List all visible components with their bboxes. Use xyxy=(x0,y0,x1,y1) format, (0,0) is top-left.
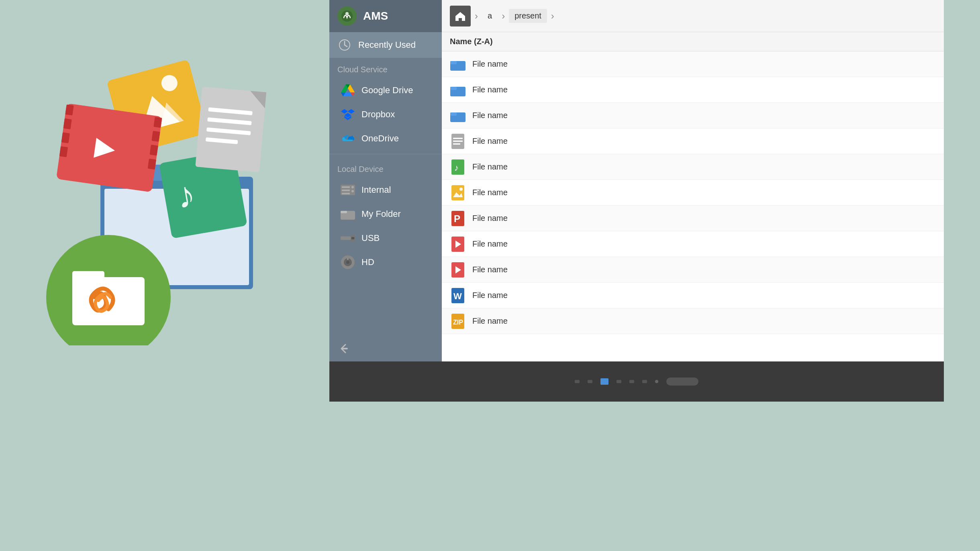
dropbox-label: Dropbox xyxy=(361,109,395,120)
file-row[interactable]: ♪ File name xyxy=(442,154,944,180)
sort-label[interactable]: Name (Z-A) xyxy=(450,37,493,46)
back-button[interactable] xyxy=(329,336,442,361)
svg-point-41 xyxy=(351,186,354,188)
file-icon-video-2 xyxy=(450,262,466,278)
file-row[interactable]: File name xyxy=(442,231,944,257)
svg-point-42 xyxy=(351,190,354,192)
hd-label: HD xyxy=(361,257,374,267)
svg-rect-56 xyxy=(450,87,457,90)
svg-rect-17 xyxy=(149,145,158,155)
cloud-service-section-label: Cloud Service xyxy=(329,58,442,78)
svg-rect-44 xyxy=(341,211,347,213)
file-icon-video xyxy=(450,236,466,252)
svg-rect-12 xyxy=(63,118,72,129)
file-row[interactable]: File name xyxy=(442,51,944,77)
sidebar-item-my-folder[interactable]: My Folder xyxy=(329,202,442,226)
clock-icon xyxy=(337,38,352,52)
breadcrumb-home-button[interactable] xyxy=(450,6,471,27)
file-icon-folder-blue-3 xyxy=(450,108,466,124)
file-icon-image xyxy=(450,185,466,201)
svg-rect-58 xyxy=(450,112,457,116)
dropbox-icon xyxy=(341,107,355,122)
screen-content: AMS Recently Used Cloud Service xyxy=(329,0,944,361)
svg-rect-65 xyxy=(451,185,464,200)
file-list-area: › a › present › Name (Z-A) xyxy=(442,0,944,361)
svg-rect-5 xyxy=(72,271,104,282)
svg-rect-52 xyxy=(341,348,348,349)
file-name-5: File name xyxy=(472,162,508,171)
svg-rect-16 xyxy=(151,131,160,142)
svg-text:W: W xyxy=(453,291,462,301)
google-drive-label: Google Drive xyxy=(361,85,413,96)
illustration: ♪ xyxy=(20,32,321,345)
file-icon-word: W xyxy=(450,288,466,304)
file-list: File name File name xyxy=(442,51,944,361)
file-icon-powerpoint: P xyxy=(450,210,466,227)
indicator-dot xyxy=(655,380,658,383)
file-name-8: File name xyxy=(472,239,508,249)
internal-label: Internal xyxy=(361,185,391,195)
svg-rect-61 xyxy=(453,141,463,142)
svg-point-50 xyxy=(346,261,349,264)
file-row[interactable]: File name xyxy=(442,257,944,283)
usb-port xyxy=(600,378,608,385)
svg-marker-34 xyxy=(348,109,355,114)
monitor-bottom-bar xyxy=(329,361,944,402)
breadcrumb-chevron-1: › xyxy=(475,10,478,22)
gdrive-icon xyxy=(341,83,355,98)
file-row[interactable]: P File name xyxy=(442,206,944,231)
port-2 xyxy=(588,380,592,383)
breadcrumb-bar: › a › present › xyxy=(442,0,944,32)
file-row[interactable]: File name xyxy=(442,180,944,206)
breadcrumb-a[interactable]: a xyxy=(482,9,498,23)
recently-used-item[interactable]: Recently Used xyxy=(329,32,442,58)
svg-rect-14 xyxy=(59,146,68,157)
sidebar: AMS Recently Used Cloud Service xyxy=(329,0,442,361)
sidebar-item-usb[interactable]: USB xyxy=(329,226,442,250)
svg-text:ZIP: ZIP xyxy=(453,319,463,326)
svg-rect-18 xyxy=(148,159,156,169)
file-name-1: File name xyxy=(472,59,508,69)
file-row[interactable]: File name xyxy=(442,77,944,103)
sidebar-item-dropbox[interactable]: Dropbox xyxy=(329,102,442,127)
sidebar-item-hd[interactable]: HD xyxy=(329,250,442,274)
sidebar-item-onedrive[interactable]: OneDrive xyxy=(329,127,442,151)
my-folder-label: My Folder xyxy=(361,209,401,219)
left-background: ♪ xyxy=(0,0,329,551)
svg-rect-62 xyxy=(453,143,460,145)
svg-text:P: P xyxy=(454,213,460,224)
file-row[interactable]: ZIP File name xyxy=(442,308,944,334)
onedrive-label: OneDrive xyxy=(361,133,399,144)
usb-icon xyxy=(341,231,355,245)
file-name-3: File name xyxy=(472,111,508,120)
breadcrumb-chevron-3: › xyxy=(551,10,554,22)
file-row[interactable]: File name xyxy=(442,129,944,154)
onedrive-icon xyxy=(341,131,355,146)
sidebar-item-internal[interactable]: Internal xyxy=(329,178,442,202)
home-icon xyxy=(455,10,466,22)
svg-point-67 xyxy=(459,188,463,191)
file-row[interactable]: W File name xyxy=(442,283,944,308)
port-5 xyxy=(642,380,647,383)
svg-rect-15 xyxy=(153,117,162,128)
file-icon-zip: ZIP xyxy=(450,313,466,329)
file-name-11: File name xyxy=(472,316,508,326)
internal-icon xyxy=(341,183,355,197)
speaker xyxy=(666,378,698,386)
sort-bar: Name (Z-A) xyxy=(442,32,944,51)
file-row[interactable]: File name xyxy=(442,103,944,129)
port-3 xyxy=(617,380,621,383)
breadcrumb-present[interactable]: present xyxy=(509,9,547,23)
file-icon-folder-blue xyxy=(450,56,466,72)
breadcrumb-chevron-2: › xyxy=(502,10,505,22)
svg-rect-40 xyxy=(342,193,350,194)
usb-label: USB xyxy=(361,233,380,243)
back-arrow-icon xyxy=(337,342,350,355)
recently-used-label: Recently Used xyxy=(358,40,416,50)
sidebar-item-google-drive[interactable]: Google Drive xyxy=(329,78,442,102)
file-name-9: File name xyxy=(472,265,508,274)
sidebar-header: AMS xyxy=(329,0,442,32)
ams-logo-icon xyxy=(337,6,357,26)
file-name-2: File name xyxy=(472,85,508,94)
port-1 xyxy=(575,380,580,383)
